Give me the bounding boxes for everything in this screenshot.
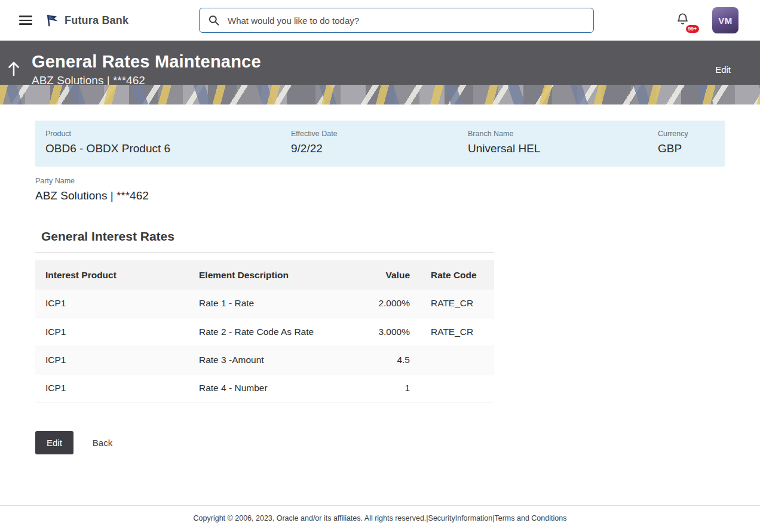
table-cell: ICP1 xyxy=(35,318,189,346)
table-row: ICP1Rate 3 -Amount4.5 xyxy=(35,346,494,374)
table-row: ICP1Rate 1 - Rate2.000%RATE_CR xyxy=(35,290,494,318)
summary-field-effective-date: Effective Date 9/2/22 xyxy=(291,130,468,155)
search-input[interactable] xyxy=(226,15,585,26)
rates-table-body: ICP1Rate 1 - Rate2.000%RATE_CRICP1Rate 2… xyxy=(35,290,494,402)
topbar-right: 99+ VM xyxy=(676,7,738,33)
summary-field-product: Product OBD6 - OBDX Product 6 xyxy=(45,130,291,155)
menu-icon[interactable] xyxy=(19,13,32,27)
brand-name: Futura Bank xyxy=(65,14,128,27)
notification-bell-icon[interactable]: 99+ xyxy=(676,10,693,32)
table-cell: Rate 4 - Number xyxy=(189,374,338,402)
back-button[interactable]: Back xyxy=(84,431,121,454)
table-cell: Rate 2 - Rate Code As Rate xyxy=(189,318,338,346)
table-cell: Rate 3 -Amount xyxy=(189,346,338,374)
table-cell: ICP1 xyxy=(35,374,189,402)
field-label: Product xyxy=(45,130,291,138)
rates-table-header: Interest Product Element Description Val… xyxy=(35,260,494,290)
page-title: General Rates Maintenance xyxy=(32,52,261,72)
brand-logo[interactable]: Futura Bank xyxy=(45,14,128,27)
table-cell: 4.5 xyxy=(338,346,410,374)
edit-button[interactable]: Edit xyxy=(35,431,73,454)
table-cell: 2.000% xyxy=(338,290,410,318)
table-cell xyxy=(410,374,494,402)
futura-bank-flag-icon xyxy=(45,14,60,27)
footer: Copyright © 2006, 2023, Oracle and/or it… xyxy=(0,505,760,532)
column-header-element-description: Element Description xyxy=(189,260,338,290)
banner-decorative-pattern xyxy=(0,85,760,104)
currency-value: GBP xyxy=(658,142,725,155)
summary-card: Product OBD6 - OBDX Product 6 Effective … xyxy=(35,121,725,167)
page: Futura Bank 99+ VM xyxy=(0,0,760,532)
copyright-text: Copyright © 2006, 2023, Oracle and/or it… xyxy=(194,514,427,522)
field-label: Effective Date xyxy=(291,130,468,138)
notification-badge: 99+ xyxy=(686,25,699,32)
table-row: ICP1Rate 2 - Rate Code As Rate3.000%RATE… xyxy=(35,318,494,346)
table-cell: RATE_CR xyxy=(410,318,494,346)
table-cell: RATE_CR xyxy=(410,290,494,318)
security-information-link[interactable]: SecurityInformation xyxy=(428,514,493,522)
action-buttons: Edit Back xyxy=(35,431,725,454)
avatar[interactable]: VM xyxy=(712,7,738,33)
topbar: Futura Bank 99+ VM xyxy=(0,0,760,41)
table-cell xyxy=(410,346,494,374)
scroll-top-arrow-icon[interactable] xyxy=(7,60,20,76)
column-header-rate-code: Rate Code xyxy=(410,260,494,290)
field-label: Party Name xyxy=(35,177,725,185)
rates-table: Interest Product Element Description Val… xyxy=(35,260,494,402)
field-label: Branch Name xyxy=(468,130,658,138)
party-name-field: Party Name ABZ Solutions | ***462 xyxy=(35,177,725,202)
table-cell: 3.000% xyxy=(338,318,410,346)
main-content: Product OBD6 - OBDX Product 6 Effective … xyxy=(0,104,760,505)
banner-edit-link[interactable]: Edit xyxy=(715,64,731,75)
effective-date-value: 9/2/22 xyxy=(291,142,468,155)
terms-and-conditions-link[interactable]: Terms and Conditions xyxy=(495,514,567,522)
table-cell: 1 xyxy=(338,374,410,402)
table-cell: Rate 1 - Rate xyxy=(189,290,338,318)
summary-field-currency: Currency GBP xyxy=(658,130,725,155)
page-header-banner: General Rates Maintenance ABZ Solutions … xyxy=(0,41,760,104)
search-icon xyxy=(208,14,220,26)
table-cell: ICP1 xyxy=(35,290,189,318)
section-title: General Interest Rates xyxy=(35,229,494,253)
field-label: Currency xyxy=(658,130,725,138)
column-header-value: Value xyxy=(338,260,410,290)
table-row: ICP1Rate 4 - Number1 xyxy=(35,374,494,402)
table-cell: ICP1 xyxy=(35,346,189,374)
search-bar[interactable] xyxy=(199,8,594,33)
party-name-value: ABZ Solutions | ***462 xyxy=(35,189,725,202)
summary-field-branch-name: Branch Name Universal HEL xyxy=(468,130,658,155)
product-value: OBD6 - OBDX Product 6 xyxy=(45,142,291,155)
branch-name-value: Universal HEL xyxy=(468,142,658,155)
column-header-interest-product: Interest Product xyxy=(35,260,189,290)
